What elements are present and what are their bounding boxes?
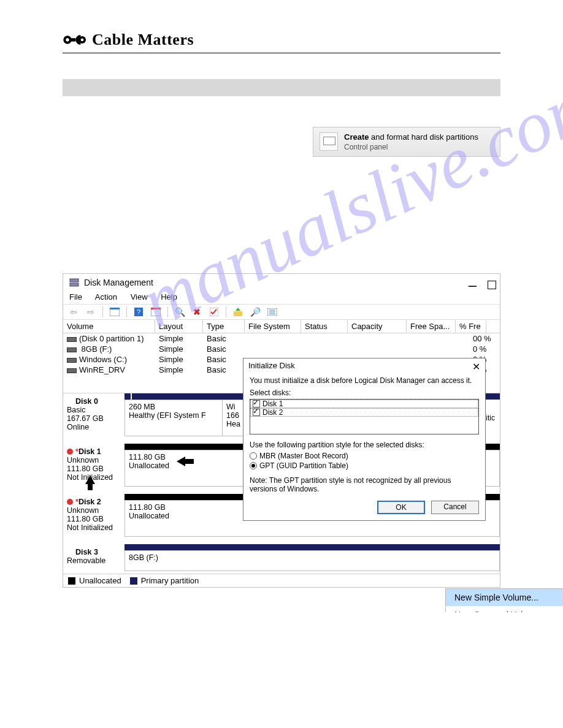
close-icon[interactable]: ✕ bbox=[472, 361, 480, 373]
disk-3-panel: Disk 3 Removable 8GB (F:) bbox=[63, 544, 500, 574]
context-menu: New Simple Volume... New Spanned Volume.… bbox=[445, 588, 563, 612]
search-icon[interactable]: 🔍 bbox=[174, 306, 185, 317]
svg-rect-14 bbox=[234, 311, 242, 316]
menu-action[interactable]: Action bbox=[95, 292, 117, 301]
control-panel-subtitle: Control panel bbox=[344, 143, 478, 151]
disk-mgmt-icon bbox=[69, 278, 79, 287]
col-volume[interactable]: Volume bbox=[63, 320, 155, 333]
control-panel-result[interactable]: Create and format hard disk partitions C… bbox=[313, 127, 500, 157]
menu-view[interactable]: View bbox=[131, 292, 148, 301]
calendar-icon[interactable] bbox=[150, 306, 161, 317]
svg-text:?: ? bbox=[137, 308, 140, 316]
control-panel-title: Create and format hard disk partitions bbox=[344, 132, 478, 142]
col-layout[interactable]: Layout bbox=[155, 320, 203, 333]
svg-point-4 bbox=[81, 39, 84, 42]
col-capacity[interactable]: Capacity bbox=[348, 320, 407, 333]
menu-help[interactable]: Help bbox=[161, 292, 177, 301]
svg-rect-8 bbox=[110, 308, 120, 309]
col-status[interactable]: Status bbox=[301, 320, 348, 333]
brand-header: Cable Matters bbox=[63, 31, 500, 53]
properties-icon[interactable] bbox=[267, 306, 278, 317]
disk-0-seg-1[interactable]: 260 MB Healthy (EFI System F bbox=[124, 400, 223, 436]
table-row[interactable]: (Disk 0 partition 1) Simple Basic 00 % bbox=[63, 333, 500, 344]
partition-style-label: Use the following partition style for th… bbox=[250, 441, 479, 449]
disk-3-volume[interactable]: 8GB (F:) bbox=[124, 550, 500, 571]
disk-list-item[interactable]: Disk 2 bbox=[250, 408, 478, 417]
check-icon[interactable] bbox=[209, 306, 220, 317]
svg-rect-2 bbox=[71, 38, 75, 41]
minimize-icon[interactable]: – bbox=[469, 276, 477, 294]
table-row[interactable]: 8GB (F:) Simple Basic 0 % bbox=[63, 344, 500, 354]
menu-new-simple-volume[interactable]: New Simple Volume... bbox=[446, 589, 563, 606]
help-icon[interactable]: ? bbox=[133, 306, 144, 317]
swatch-unallocated-icon bbox=[68, 577, 75, 585]
window-titlebar[interactable]: Disk Management – bbox=[63, 274, 500, 291]
disk-list-item[interactable]: Disk 1 bbox=[250, 400, 478, 408]
col-type[interactable]: Type bbox=[203, 320, 245, 333]
svg-rect-12 bbox=[151, 308, 161, 309]
dialog-title: Initialize Disk bbox=[248, 361, 295, 373]
brand-name: Cable Matters bbox=[92, 31, 194, 49]
document-page: Cable Matters Create and format hard dis… bbox=[0, 0, 563, 612]
arrow-up-icon bbox=[85, 476, 95, 484]
forward-icon[interactable]: ⇨ bbox=[85, 306, 96, 317]
col-freespace[interactable]: Free Spa... bbox=[407, 320, 456, 333]
find-icon[interactable]: 🔎 bbox=[250, 306, 261, 317]
toolbar: ⇦ ⇨ ? 🔍 ✖ 🔎 bbox=[63, 304, 500, 320]
swatch-primary-icon bbox=[130, 577, 137, 585]
panel-icon[interactable] bbox=[109, 306, 120, 317]
dialog-note: Note: The GPT partition style is not rec… bbox=[250, 476, 479, 493]
cable-matters-logo-icon bbox=[63, 31, 87, 48]
col-filesystem[interactable]: File System bbox=[245, 320, 301, 333]
svg-rect-5 bbox=[70, 279, 79, 282]
disk-3-info[interactable]: Disk 3 Removable bbox=[63, 544, 124, 571]
window-title: Disk Management bbox=[84, 278, 153, 287]
legend-primary: Primary partition bbox=[141, 576, 199, 585]
partition-icon bbox=[320, 132, 338, 151]
checkbox-icon[interactable] bbox=[253, 409, 260, 416]
disk-2-info[interactable]: *Disk 2 Unknown 111.80 GB Not Initialize… bbox=[63, 494, 124, 537]
disk-list: Disk 1 Disk 2 bbox=[250, 399, 479, 434]
legend-unallocated: Unallocated bbox=[79, 576, 121, 585]
grey-title-strip bbox=[63, 79, 500, 96]
radio-mbr[interactable]: MBR (Master Boot Record) bbox=[250, 452, 479, 460]
up-icon[interactable] bbox=[232, 306, 243, 317]
disk-0-info[interactable]: Disk 0 Basic 167.67 GB Online bbox=[63, 393, 124, 436]
arrow-left-icon bbox=[177, 457, 185, 466]
svg-point-1 bbox=[66, 38, 69, 41]
select-disks-label: Select disks: bbox=[250, 389, 479, 397]
initialize-disk-dialog: Initialize Disk ✕ You must initialize a … bbox=[243, 358, 486, 521]
volume-table-header: Volume Layout Type File System Status Ca… bbox=[63, 320, 500, 333]
dialog-intro: You must initialize a disk before Logica… bbox=[250, 376, 479, 385]
ok-button[interactable]: OK bbox=[377, 501, 425, 514]
menu-file[interactable]: File bbox=[69, 292, 82, 301]
maximize-icon[interactable] bbox=[488, 281, 496, 289]
col-pctfree[interactable]: % Fre bbox=[456, 320, 486, 333]
radio-gpt[interactable]: GPT (GUID Partition Table) bbox=[250, 461, 479, 470]
delete-icon[interactable]: ✖ bbox=[191, 306, 202, 317]
back-icon[interactable]: ⇦ bbox=[68, 306, 79, 317]
menu-new-spanned-volume[interactable]: New Spanned Volume... bbox=[446, 606, 563, 612]
svg-rect-6 bbox=[70, 283, 79, 286]
disk-1-info[interactable]: *Disk 1 Unknown 111.80 GB Not Initialize… bbox=[63, 444, 124, 487]
legend: Unallocated Primary partition bbox=[63, 574, 500, 587]
menu-bar: File Action View Help bbox=[63, 291, 500, 304]
cancel-button[interactable]: Cancel bbox=[431, 501, 479, 514]
